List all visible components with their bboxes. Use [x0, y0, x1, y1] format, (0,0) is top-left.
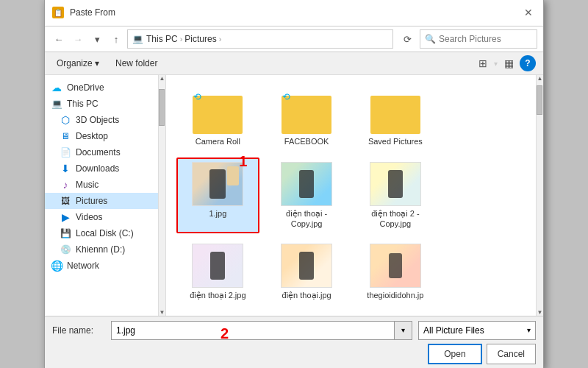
file-item-saved-pictures[interactable]: Saved Pictures	[354, 85, 437, 151]
pictures-icon: 🖼	[60, 195, 71, 207]
sidebar-item-downloads[interactable]: ⬇ Downloads	[45, 160, 158, 177]
thumb-1jpg	[192, 162, 243, 206]
sidebar-item-music[interactable]: ♪ Music	[45, 177, 158, 193]
sidebar-item-desktop[interactable]: 🖥 Desktop	[45, 128, 158, 144]
filename-input[interactable]	[111, 321, 395, 340]
file-item-camera-roll[interactable]: ⟲ Camera Roll	[176, 85, 259, 151]
sidebar-item-network[interactable]: 🌐 Network	[45, 258, 158, 274]
sidebar-item-khiennn[interactable]: 💿 Khiennn (D:)	[45, 241, 158, 258]
sync-icon: ⟲	[193, 91, 201, 102]
organize-button[interactable]: Organize ▾	[52, 57, 104, 70]
buttons-row: 2 Open Cancel	[52, 344, 536, 364]
help-button[interactable]: ?	[520, 55, 536, 71]
crumb-thispc[interactable]: This PC	[146, 34, 178, 44]
search-icon: 🔍	[425, 34, 436, 44]
new-folder-button[interactable]: New folder	[111, 57, 162, 70]
filename-input-wrap: ▾	[111, 321, 412, 340]
bottom-bar: File name: ▾ All Picture Files ▾ 2 Open …	[45, 316, 543, 368]
sidebar-scroll-down[interactable]: ▼	[159, 309, 165, 316]
file-name-thegioi: thegioididohn.jp	[367, 290, 423, 300]
file-item-dienthoai-copy[interactable]: điện thoại - Copy.jpg	[265, 158, 348, 234]
sidebar-item-videos[interactable]: ▶ Videos	[45, 209, 158, 225]
filetype-select[interactable]: All Picture Files ▾	[418, 321, 536, 340]
sidebar-scroll-up[interactable]: ▲	[159, 75, 165, 82]
file-item-dienthoai[interactable]: điện thoại.jpg	[265, 239, 348, 305]
phone-shape-5	[299, 252, 314, 280]
sidebar-scroll-track	[159, 82, 165, 308]
sidebar-item-documents[interactable]: 📄 Documents	[45, 144, 158, 160]
filetype-arrow-icon: ▾	[527, 326, 531, 334]
folder-saved-pictures	[370, 90, 421, 134]
videos-icon: ▶	[60, 211, 71, 223]
file-name-dienthoai2-copy: điện thoại 2 - Copy.jpg	[366, 208, 425, 230]
empty-cell-1	[442, 85, 526, 151]
sidebar-item-local-disk[interactable]: 💾 Local Disk (C:)	[45, 225, 158, 241]
dialog-title: Paste From	[70, 7, 115, 18]
sidebar-item-onedrive[interactable]: ☁ OneDrive	[45, 79, 158, 96]
file-item-dienthoai2-copy[interactable]: điện thoại 2 - Copy.jpg	[354, 158, 437, 234]
title-bar-left: 📋 Paste From	[52, 7, 115, 18]
cancel-button[interactable]: Cancel	[487, 344, 536, 364]
file-item-dienthoai2[interactable]: điện thoại 2.jpg	[176, 239, 259, 305]
crumb-pictures[interactable]: Pictures	[184, 34, 216, 44]
main-content: ☁ OneDrive 💻 This PC ⬡ 3D Objects 🖥 Desk…	[45, 75, 543, 315]
this-pc-icon: 💻	[51, 98, 62, 110]
address-bar[interactable]: 💻 This PC › Pictures ›	[127, 29, 393, 49]
up-button[interactable]: ↑	[108, 31, 124, 47]
sidebar-label-desktop: Desktop	[76, 131, 108, 141]
close-button[interactable]: ✕	[521, 5, 536, 20]
search-input[interactable]	[439, 34, 532, 44]
main-scroll-down[interactable]: ▼	[537, 309, 543, 316]
view-sep: ▾	[494, 60, 498, 68]
sidebar-label-downloads: Downloads	[76, 163, 119, 174]
refresh-button[interactable]: ⟳	[398, 29, 417, 49]
breadcrumb: This PC › Pictures ›	[146, 34, 221, 44]
view-details-button[interactable]: ▦	[501, 55, 517, 71]
sidebar-item-this-pc[interactable]: 💻 This PC	[45, 96, 158, 112]
sidebar-item-3d-objects[interactable]: ⬡ 3D Objects	[45, 112, 158, 128]
view-tiles-button[interactable]: ⊞	[475, 55, 491, 71]
dropdown-button[interactable]: ▾	[89, 31, 105, 47]
filename-row: File name: ▾ All Picture Files ▾	[52, 321, 536, 340]
filetype-label: All Picture Files	[423, 325, 484, 336]
crumb-sep-1: ›	[180, 35, 183, 43]
food-item	[227, 166, 239, 185]
thumb-dienthoai-copy	[281, 162, 332, 206]
file-item-facebook[interactable]: ⟲ FACEBOOK	[265, 85, 348, 151]
phone-shape-3	[388, 170, 403, 198]
main-scrollbar[interactable]: ▲ ▼	[536, 75, 543, 315]
downloads-icon: ⬇	[60, 163, 71, 174]
back-button[interactable]: ←	[51, 31, 67, 47]
network-icon: 🌐	[51, 260, 62, 272]
thumb-wrapper-1jpg: 1	[192, 162, 243, 206]
sync-icon-fb: ⟲	[282, 91, 290, 102]
file-item-1jpg[interactable]: 1 1.jpg	[176, 158, 259, 234]
phone-shape-4	[210, 252, 225, 280]
sidebar-scrollbar[interactable]: ▲ ▼	[159, 75, 166, 315]
sidebar-label-3d-objects: 3D Objects	[76, 115, 119, 125]
crumb-sep-2: ›	[219, 35, 222, 43]
sidebar-label-documents: Documents	[76, 147, 121, 158]
folder-camera-roll: ⟲	[192, 90, 243, 134]
file-item-thegioi[interactable]: thegioididohn.jp	[354, 239, 437, 305]
sidebar-item-pictures[interactable]: 🖼 Pictures	[45, 193, 158, 209]
main-scroll-up[interactable]: ▲	[537, 75, 543, 82]
thumb-dienthoai2-copy	[370, 162, 421, 206]
desktop-icon: 🖥	[60, 130, 71, 142]
file-name-dienthoai2: điện thoại 2.jpg	[190, 290, 245, 300]
filename-dropdown[interactable]: ▾	[395, 321, 412, 340]
sidebar-label-this-pc: This PC	[67, 99, 98, 109]
phone-shape-1	[209, 169, 226, 199]
music-icon: ♪	[60, 179, 71, 191]
sidebar-label-local-disk: Local Disk (C:)	[76, 228, 134, 238]
main-scroll-thumb[interactable]	[537, 85, 542, 115]
open-button[interactable]: Open	[428, 344, 481, 364]
forward-button[interactable]: →	[70, 31, 86, 47]
number-badge-1: 1	[239, 153, 247, 170]
search-box[interactable]: 🔍	[420, 29, 537, 49]
sidebar-scroll-thumb[interactable]	[159, 89, 165, 126]
paste-from-dialog: 📋 Paste From ✕ ← → ▾ ↑ 💻 This PC › Pictu…	[44, 0, 544, 368]
file-name-dienthoai-copy: điện thoại - Copy.jpg	[277, 208, 336, 230]
folder-facebook: ⟲	[281, 90, 332, 134]
sidebar-label-pictures: Pictures	[76, 196, 107, 206]
